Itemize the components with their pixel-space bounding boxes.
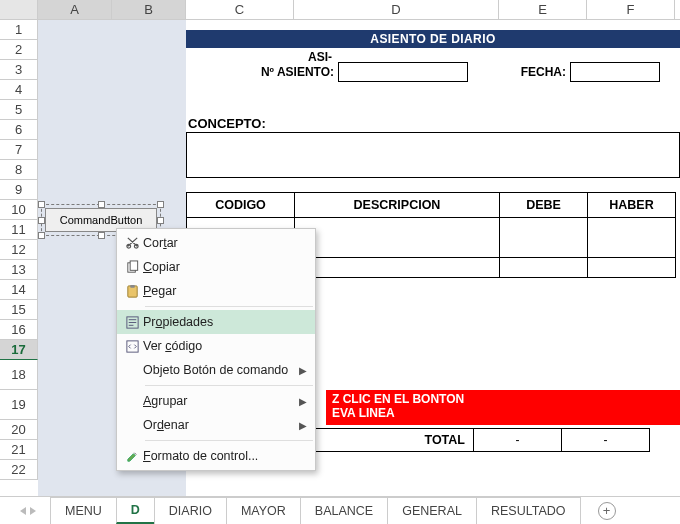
menu-separator xyxy=(145,385,313,386)
th-extra xyxy=(676,193,681,218)
menu-item-label: Agrupar xyxy=(143,394,299,408)
row-header-16[interactable]: 16 xyxy=(0,320,38,340)
row-header-18[interactable]: 18 xyxy=(0,360,38,390)
menu-separator xyxy=(145,306,313,307)
menu-separator xyxy=(145,440,313,441)
fecha-label: FECHA: xyxy=(516,65,566,79)
submenu-arrow-icon: ▶ xyxy=(299,396,307,407)
col-header-E[interactable]: E xyxy=(499,0,587,19)
menu-item-propiedades[interactable]: Propiedades xyxy=(117,310,315,334)
props-icon xyxy=(121,315,143,330)
fecha-input[interactable] xyxy=(570,62,660,82)
row-header-11[interactable]: 11 xyxy=(0,220,38,240)
tab-prev-icon[interactable] xyxy=(20,507,26,515)
title-banner: ASIENTO DE DIARIO xyxy=(186,30,680,48)
cut-icon xyxy=(121,236,143,251)
sheet-tab-general[interactable]: GENERAL xyxy=(387,497,477,524)
row-header-22[interactable]: 22 xyxy=(0,460,38,480)
col-header-B[interactable]: B xyxy=(112,0,186,19)
menu-item-ver-c-digo[interactable]: Ver código xyxy=(117,334,315,358)
row-header-2[interactable]: 2 xyxy=(0,40,38,60)
instruction-line1: Z CLIC EN EL BONTON xyxy=(332,392,674,406)
column-headers: A B C D E F xyxy=(0,0,680,20)
total-haber: - xyxy=(562,428,650,452)
concepto-input[interactable] xyxy=(186,132,680,178)
menu-item-label: Copiar xyxy=(143,260,307,274)
row-header-10[interactable]: 10 xyxy=(0,200,38,220)
row-header-20[interactable]: 20 xyxy=(0,420,38,440)
row-header-12[interactable]: 12 xyxy=(0,240,38,260)
instruction-banner: Z CLIC EN EL BONTON EVA LINEA xyxy=(326,390,680,425)
row-header-1[interactable]: 1 xyxy=(0,20,38,40)
submenu-arrow-icon: ▶ xyxy=(299,420,307,431)
context-menu: CortarCopiarPegarPropiedadesVer códigoOb… xyxy=(116,228,316,471)
total-debe: - xyxy=(474,428,562,452)
menu-item-pegar[interactable]: Pegar xyxy=(117,279,315,303)
sheet-tab-mayor[interactable]: MAYOR xyxy=(226,497,301,524)
th-codigo: CODIGO xyxy=(187,193,295,218)
row-header-3[interactable]: 3 xyxy=(0,60,38,80)
fmt-icon xyxy=(121,449,143,464)
col-header-C[interactable]: C xyxy=(186,0,294,19)
row-header-13[interactable]: 13 xyxy=(0,260,38,280)
svg-rect-3 xyxy=(130,284,135,287)
asi-label: ASI- xyxy=(292,50,332,64)
col-header-D[interactable]: D xyxy=(294,0,499,19)
submenu-arrow-icon: ▶ xyxy=(299,365,307,376)
menu-item-copiar[interactable]: Copiar xyxy=(117,255,315,279)
menu-item-cortar[interactable]: Cortar xyxy=(117,231,315,255)
copy-icon xyxy=(121,260,143,275)
row-header-19[interactable]: 19 xyxy=(0,390,38,420)
nasiento-input[interactable] xyxy=(338,62,468,82)
menu-item-label: Cortar xyxy=(143,236,307,250)
row-header-17[interactable]: 17 xyxy=(0,340,38,360)
paste-icon xyxy=(121,284,143,299)
nasiento-label: Nº ASIENTO: xyxy=(234,65,334,79)
row-header-15[interactable]: 15 xyxy=(0,300,38,320)
sheet-tab-d[interactable]: D xyxy=(116,497,155,524)
sheet-tab-menu[interactable]: MENU xyxy=(50,497,117,524)
col-header-A[interactable]: A xyxy=(38,0,112,19)
th-debe: DEBE xyxy=(500,193,588,218)
menu-item-label: Objeto Botón de comando xyxy=(143,363,299,377)
tab-nav[interactable] xyxy=(20,507,36,515)
row-header-4[interactable]: 4 xyxy=(0,80,38,100)
menu-item-label: Propiedades xyxy=(143,315,307,329)
menu-item-label: Ver código xyxy=(143,339,307,353)
th-descripcion: DESCRIPCION xyxy=(295,193,500,218)
tab-next-icon[interactable] xyxy=(30,507,36,515)
th-haber: HABER xyxy=(588,193,676,218)
row-header-21[interactable]: 21 xyxy=(0,440,38,460)
menu-item-ordenar[interactable]: Ordenar▶ xyxy=(117,413,315,437)
row-header-7[interactable]: 7 xyxy=(0,140,38,160)
concepto-label: CONCEPTO: xyxy=(188,116,266,131)
menu-item-label: Ordenar xyxy=(143,418,299,432)
menu-item-label: Formato de control... xyxy=(143,449,307,463)
col-header-F[interactable]: F xyxy=(587,0,675,19)
row-header-8[interactable]: 8 xyxy=(0,160,38,180)
sheet-tab-diario[interactable]: DIARIO xyxy=(154,497,227,524)
select-all-corner[interactable] xyxy=(0,0,38,19)
svg-rect-1 xyxy=(130,260,138,269)
row-header-5[interactable]: 5 xyxy=(0,100,38,120)
plus-icon: + xyxy=(603,503,611,518)
sheet-tab-bar: MENUDDIARIOMAYORBALANCEGENERALRESULTADO … xyxy=(0,496,680,524)
menu-item-agrupar[interactable]: Agrupar▶ xyxy=(117,389,315,413)
sheet-tab-resultado[interactable]: RESULTADO xyxy=(476,497,581,524)
row-header-9[interactable]: 9 xyxy=(0,180,38,200)
row-header-6[interactable]: 6 xyxy=(0,120,38,140)
menu-item-objeto-bot-n-de-comando[interactable]: Objeto Botón de comando▶ xyxy=(117,358,315,382)
menu-item-label: Pegar xyxy=(143,284,307,298)
sheet-tab-balance[interactable]: BALANCE xyxy=(300,497,388,524)
row-headers: 12345678910111213141516171819202122 xyxy=(0,20,38,496)
add-sheet-button[interactable]: + xyxy=(598,502,616,520)
worksheet: A B C D E F 1234567891011121314151617181… xyxy=(0,0,680,496)
menu-item-formato-de-control-[interactable]: Formato de control... xyxy=(117,444,315,468)
instruction-line2: EVA LINEA xyxy=(332,406,674,420)
code-icon xyxy=(121,339,143,354)
row-header-14[interactable]: 14 xyxy=(0,280,38,300)
